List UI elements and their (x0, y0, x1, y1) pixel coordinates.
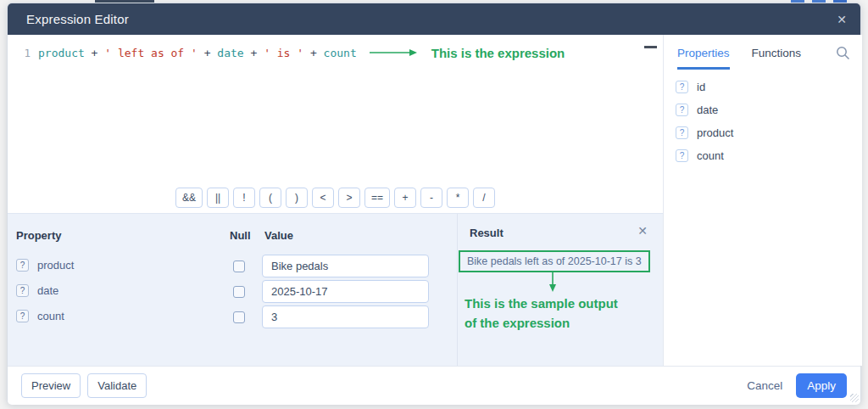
operator-button[interactable]: < (312, 188, 334, 208)
result-section: Result ✕ Bike pedals left as of 2025-10-… (457, 214, 663, 366)
value-input[interactable] (262, 305, 429, 328)
annotation-arrow-right-icon (369, 48, 418, 58)
annotation-arrow-down-icon (457, 272, 663, 293)
sidebar-item-product[interactable]: ?product (664, 121, 862, 144)
sidebar-tabs: Properties Functions (664, 35, 862, 70)
close-icon[interactable]: ✕ (837, 13, 847, 26)
validate-button[interactable]: Validate (87, 373, 147, 398)
table-row: ?product (8, 255, 457, 277)
operator-button[interactable]: && (175, 188, 203, 208)
property-name: date (37, 284, 58, 297)
unknown-type-icon: ? (16, 284, 29, 297)
unknown-type-icon: ? (676, 126, 688, 139)
unknown-type-icon: ? (16, 259, 29, 272)
screen: Expression Editor ✕ 1 product + ' left a… (0, 0, 868, 409)
result-close-icon[interactable]: ✕ (637, 224, 648, 238)
tab-functions[interactable]: Functions (752, 47, 802, 70)
column-header-null: Null (230, 229, 251, 242)
value-input[interactable] (262, 255, 429, 277)
operator-button[interactable]: * (447, 188, 469, 208)
operator-button[interactable]: ) (286, 188, 308, 208)
unknown-type-icon: ? (16, 310, 29, 322)
table-row: ?count (8, 305, 457, 328)
line-number: 1 (8, 47, 38, 59)
code-token-string: ' left as of ' (104, 47, 198, 59)
property-name: count (37, 310, 64, 322)
result-value: Bike pedals left as of 2025-10-17 is 3 (459, 250, 650, 272)
sidebar: Properties Functions ?id?date?product?co… (663, 35, 862, 366)
null-checkbox[interactable] (233, 286, 245, 298)
sidebar-item-id[interactable]: ?id (664, 76, 862, 98)
search-icon[interactable] (836, 46, 850, 60)
expression-editor-modal: Expression Editor ✕ 1 product + ' left a… (7, 3, 861, 405)
column-header-value: Value (264, 229, 293, 242)
expression-text: product + ' left as of ' + date + ' is '… (38, 47, 357, 59)
property-cell: ?product (16, 259, 74, 272)
sidebar-item-label: id (697, 81, 705, 93)
null-checkbox[interactable] (233, 261, 245, 272)
code-token-operator: + (198, 47, 217, 59)
operator-button[interactable]: ! (233, 188, 255, 208)
operator-button[interactable]: + (394, 188, 416, 208)
sidebar-item-date[interactable]: ?date (664, 98, 862, 121)
operator-button[interactable]: || (207, 188, 229, 208)
modal-title: Expression Editor (26, 12, 129, 26)
operator-button[interactable]: / (473, 188, 495, 208)
expression-code-editor[interactable]: 1 product + ' left as of ' + date + ' is… (8, 35, 663, 213)
operator-buttons-row: &&||!()<>==+-*/ (8, 188, 663, 208)
table-row: ?date (8, 280, 457, 303)
code-line-1[interactable]: 1 product + ' left as of ' + date + ' is… (8, 44, 646, 61)
modal-titlebar: Expression Editor ✕ (8, 3, 860, 35)
property-cell: ?date (16, 284, 58, 297)
property-cell: ?count (16, 310, 64, 322)
operator-button[interactable]: > (338, 188, 360, 208)
operator-button[interactable]: == (364, 188, 390, 208)
footer-right: Cancel Apply (747, 373, 847, 398)
sidebar-item-count[interactable]: ?count (664, 144, 862, 167)
unknown-type-icon: ? (676, 104, 688, 116)
code-token-operator: + (244, 47, 264, 59)
apply-button[interactable]: Apply (796, 373, 847, 398)
property-table: Property Null Value ?product?date?count (8, 214, 457, 366)
expression-annotation: This is the expression (431, 46, 565, 60)
editor-scrollbar-thumb[interactable] (644, 46, 657, 48)
code-token-identifier: count (324, 47, 357, 59)
operator-button[interactable]: ( (259, 188, 281, 208)
code-token-operator: + (303, 47, 323, 59)
result-title: Result (470, 227, 504, 239)
code-token-operator: + (85, 47, 104, 59)
sidebar-item-label: date (697, 104, 718, 116)
code-token-identifier: date (217, 47, 243, 59)
column-header-property: Property (16, 229, 61, 242)
code-token-string: ' is ' (264, 47, 303, 59)
result-annotation: This is the sample output of the express… (465, 294, 618, 333)
sidebar-item-label: count (697, 149, 724, 162)
cancel-button[interactable]: Cancel (747, 379, 782, 392)
value-input[interactable] (262, 280, 429, 303)
sidebar-item-label: product (697, 126, 733, 139)
tab-properties[interactable]: Properties (677, 47, 730, 70)
resize-handle[interactable] (850, 394, 859, 402)
simulation-panel: Property Null Value ?product?date?count … (8, 213, 663, 366)
footer-bar: Preview Validate Cancel Apply (8, 366, 860, 405)
null-checkbox[interactable] (233, 311, 245, 323)
property-name: product (37, 259, 74, 272)
property-list: ?id?date?product?count (664, 76, 862, 167)
preview-button[interactable]: Preview (21, 373, 81, 398)
unknown-type-icon: ? (676, 81, 688, 93)
operator-button[interactable]: - (420, 188, 442, 208)
unknown-type-icon: ? (676, 149, 688, 162)
code-token-identifier: product (38, 47, 85, 59)
